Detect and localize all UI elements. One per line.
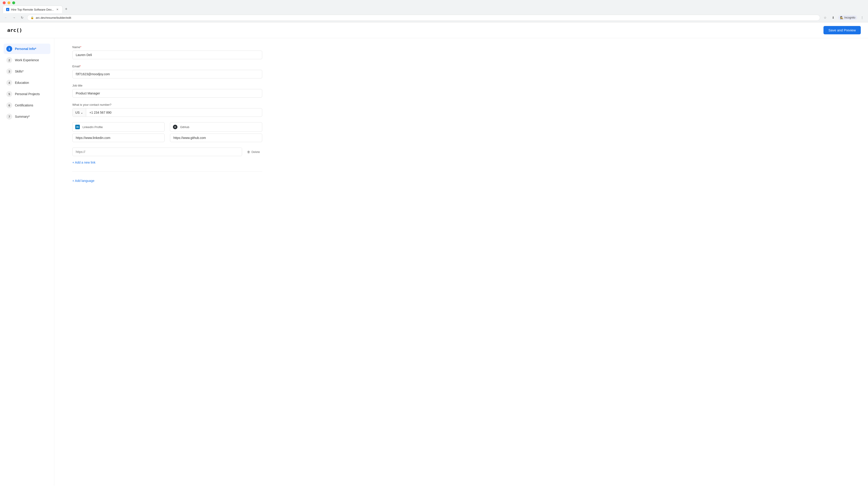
sidebar-label-work-experience: Work Experience (15, 58, 39, 62)
linkedin-input[interactable] (72, 133, 164, 142)
phone-dropdown-icon: ⌄ (81, 111, 83, 114)
window-close-btn[interactable] (3, 1, 6, 4)
github-icon: ⚙ (173, 125, 178, 129)
github-input[interactable] (170, 133, 262, 142)
address-bar-row: ← → ↻ 🔒 arc.dev/resume/builder/edit ☆ ⬇ … (0, 13, 868, 22)
arc-logo: arc() (7, 27, 22, 33)
app-body: 1 Personal Info* 2 Work Experience 3 Ski… (0, 38, 868, 486)
trash-icon: 🗑 (247, 150, 250, 154)
linkedin-label: LinkedIn Profile (83, 123, 105, 131)
sidebar-item-personal-info[interactable]: 1 Personal Info* (4, 43, 51, 54)
email-input[interactable] (72, 70, 262, 78)
phone-country-selector[interactable]: US ⌄ (72, 108, 86, 117)
sidebar-num-4: 4 (6, 80, 12, 86)
window-controls (3, 1, 15, 4)
social-links-row: in LinkedIn Profile ⚙ GitHub (72, 122, 262, 148)
add-language-button[interactable]: + Add language (72, 177, 262, 184)
sidebar-num-1: 1 (6, 46, 12, 52)
sidebar-num-5: 5 (6, 91, 12, 97)
phone-input-wrapper: US ⌄ (72, 108, 262, 117)
lock-icon: 🔒 (31, 16, 34, 19)
app-header: arc() Save and Preview (0, 22, 868, 38)
address-bar[interactable]: 🔒 arc.dev/resume/builder/edit (27, 15, 820, 21)
tab-favicon: A (6, 8, 9, 11)
sidebar-num-7: 7 (6, 113, 12, 120)
add-link-label: + Add a new link (72, 161, 95, 164)
browser-chrome: A Hire Top Remote Software Dev... ✕ + ← … (0, 0, 868, 22)
add-language-label: + Add language (72, 179, 94, 183)
github-field-group: ⚙ GitHub (170, 122, 262, 142)
new-tab-btn[interactable]: + (63, 6, 69, 12)
incognito-icon: 🕵 (840, 16, 843, 19)
sidebar-num-6: 6 (6, 102, 12, 108)
delete-link-button[interactable]: 🗑 Delete (245, 149, 262, 155)
name-input[interactable] (72, 51, 262, 59)
forward-btn[interactable]: → (11, 14, 17, 21)
email-label: Email* (72, 65, 262, 68)
app-container: arc() Save and Preview 1 Personal Info* … (0, 22, 868, 486)
email-required: * (80, 65, 81, 68)
save-preview-button[interactable]: Save and Preview (824, 26, 861, 34)
github-input-wrapper: ⚙ GitHub (170, 122, 262, 132)
job-title-field-group: Job title (72, 84, 262, 98)
tab-title: Hire Top Remote Software Dev... (11, 8, 54, 11)
bookmark-btn[interactable]: ☆ (822, 14, 828, 21)
sidebar-label-skills: Skills* (15, 70, 24, 73)
phone-label: What is your contact number? (72, 103, 262, 106)
sidebar-item-certifications[interactable]: 6 Certifications (4, 100, 51, 110)
phone-field-group: What is your contact number? US ⌄ (72, 103, 262, 117)
sidebar-num-3: 3 (6, 68, 12, 74)
window-minimize-btn[interactable] (7, 1, 10, 4)
phone-number-input[interactable] (86, 108, 262, 117)
sidebar-item-skills[interactable]: 3 Skills* (4, 66, 51, 76)
name-required: * (80, 45, 81, 49)
back-btn[interactable]: ← (3, 14, 9, 21)
github-label: GitHub (180, 123, 191, 131)
linkedin-field-group: in LinkedIn Profile (72, 122, 164, 142)
sidebar: 1 Personal Info* 2 Work Experience 3 Ski… (0, 38, 54, 486)
browser-actions: ☆ ⬇ 🕵 Incognito ⋮ (822, 14, 865, 21)
sidebar-num-2: 2 (6, 57, 12, 63)
divider (72, 171, 262, 172)
sidebar-item-education[interactable]: 4 Education (4, 77, 51, 88)
sidebar-item-summary[interactable]: 7 Summary* (4, 111, 51, 122)
sidebar-label-education: Education (15, 81, 29, 85)
name-label: Name* (72, 45, 262, 49)
main-content: Name* Email* Job title What is your cont… (54, 38, 280, 486)
incognito-badge: 🕵 Incognito (838, 15, 857, 20)
github-icon-wrapper: ⚙ (170, 123, 180, 131)
url-text: arc.dev/resume/builder/edit (36, 16, 817, 20)
browser-title-bar (0, 0, 868, 6)
linkedin-icon-wrapper: in (72, 123, 83, 131)
sidebar-label-personal-projects: Personal Projects (15, 92, 40, 96)
sidebar-label-summary: Summary* (15, 115, 30, 119)
sidebar-label-personal-info: Personal Info* (15, 47, 36, 51)
tab-close-btn[interactable]: ✕ (56, 8, 59, 11)
job-title-label: Job title (72, 84, 262, 87)
linkedin-icon: in (75, 125, 80, 129)
download-btn[interactable]: ⬇ (830, 14, 836, 21)
sidebar-label-certifications: Certifications (15, 103, 33, 107)
refresh-btn[interactable]: ↻ (19, 14, 25, 21)
menu-btn[interactable]: ⋮ (859, 14, 865, 21)
incognito-label: Incognito (844, 16, 855, 19)
email-field-group: Email* (72, 65, 262, 78)
phone-country-code: US (75, 111, 80, 114)
sidebar-item-personal-projects[interactable]: 5 Personal Projects (4, 89, 51, 99)
sidebar-item-work-experience[interactable]: 2 Work Experience (4, 55, 51, 65)
name-field-group: Name* (72, 45, 262, 59)
add-new-link-button[interactable]: + Add a new link (72, 159, 262, 166)
extra-link-input[interactable] (72, 148, 242, 156)
active-tab[interactable]: A Hire Top Remote Software Dev... ✕ (3, 6, 63, 13)
window-maximize-btn[interactable] (12, 1, 15, 4)
job-title-input[interactable] (72, 89, 262, 98)
linkedin-input-wrapper: in LinkedIn Profile (72, 122, 164, 132)
extra-link-row: 🗑 Delete (72, 148, 262, 156)
delete-label: Delete (251, 150, 260, 154)
tab-bar: A Hire Top Remote Software Dev... ✕ + (0, 6, 868, 13)
